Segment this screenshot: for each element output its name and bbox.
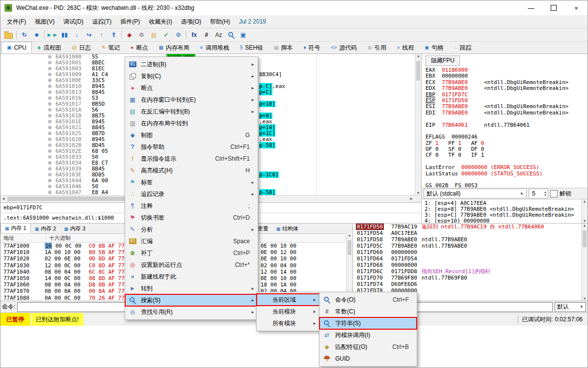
menu-item-follow-in-memory-map[interactable]: ▥在内存布局中转到 [125,117,258,129]
menu-item-label[interactable]: ⚑标签► [125,176,258,188]
calculator-fx-icon[interactable]: fx [188,29,200,40]
menu-item-all-modules[interactable]: 所有模块► [257,317,320,329]
breakpoint-dot[interactable] [48,149,52,153]
stack-row[interactable]: 0171FD7077B69F80ntdll.77B69F80 [353,275,588,281]
breakpoint-dot[interactable] [48,120,52,123]
stack-row[interactable]: 0171FD5877B9ABE0ntdll.77B9ABE0 [353,236,588,243]
spinner-arrows-icon[interactable]: ▲▼ [544,191,547,197]
menu-item-trace-record[interactable]: ∴追踪记录► [125,188,258,200]
memory-tab-memory-2[interactable]: ▦内存 2 [31,224,60,233]
menu-item-string[interactable]: 字符串(S) [320,317,417,329]
menubar-item-favourites[interactable]: 收藏夹(I) [144,16,176,28]
tab-source[interactable]: <>源代码 [326,42,363,54]
tab-script[interactable]: ▤脚本 [268,42,298,54]
memory-tab-struct[interactable]: ▦结构体 [272,224,303,233]
register-line[interactable]: CF 0 TF 0 IF 1 [426,152,588,158]
menu-item-search[interactable]: 搜索(S)► [125,294,258,306]
stop-icon[interactable]: ■ [30,29,43,40]
command-scope-select[interactable]: 默认 ▼ [555,302,586,312]
step-over-icon[interactable]: ↪ [83,29,95,40]
menu-item-copy[interactable]: 复制(C)► [125,70,258,82]
notify-window-icon[interactable]: ▣ [237,29,249,40]
preferences-gear-icon[interactable]: ⚙ [135,29,148,40]
menu-item-constant[interactable]: #常数(C) [320,306,417,317]
menu-item-graph[interactable]: ◆制图G [125,129,258,141]
menubar-item-help[interactable]: 帮助(H) [206,16,235,28]
close-button[interactable]: × [565,0,588,15]
menu-item-guid[interactable]: GUID [320,353,417,365]
menubar-item-view[interactable]: 视图(V) [30,16,59,28]
calling-convention-select[interactable]: 默认 (stdcall) ▼ [424,189,527,198]
breakpoint-dot[interactable] [48,67,52,70]
minimize-button[interactable]: — [520,0,542,15]
register-line[interactable]: LastStatus 00000000 (STATUS_SUCCESS) [426,171,588,177]
tab-call-stack[interactable]: ≡调用堆栈 [195,42,235,54]
tab-notes[interactable]: ✎笔记 [96,42,125,54]
step-out-icon[interactable]: ↑ [95,29,107,40]
breakpoint-dot[interactable] [48,73,52,76]
scroll-left-icon[interactable]: ◄ [1,197,5,201]
breakpoint-dot[interactable] [48,143,52,147]
build-date-menu[interactable]: Jul 2 2019 [235,16,270,27]
menu-item-binary[interactable]: 01二进制(B)► [125,58,258,70]
stack-row[interactable]: 0171FD5C77B9ABE0ntdll.77B9ABE0 [353,243,588,249]
pause-icon[interactable]: ▮▮ [58,29,71,40]
menu-item-toggle-bookmark[interactable]: ⚑切换书签Ctrl+D [125,212,258,224]
tab-references[interactable]: ◎引用 [362,42,392,54]
stack-row[interactable]: 0171FD6C0171FDD8指向SEH_Record[1]的指针 [353,268,588,275]
tab-seh-chain[interactable]: §SEH链 [235,42,268,54]
tab-threads[interactable]: »线程 [392,42,420,54]
scroll-down-icon[interactable]: ▼ [584,297,586,301]
step-into-icon[interactable]: ↓ [71,29,83,40]
breakpoint-dot[interactable] [48,179,52,182]
menu-item-breakpoint[interactable]: ●断点► [125,82,258,94]
scroll-up-icon[interactable]: ▲ [348,233,351,237]
memory-tab-memory-3[interactable]: ▦内存 3 [60,224,89,233]
menu-item-command[interactable]: 命令(O)Ctrl+F [320,294,417,306]
scroll-down-icon[interactable]: ▼ [584,219,586,223]
scrollbar-thumb[interactable] [583,230,587,247]
breakpoint-dot[interactable] [48,102,52,106]
breakpoint-dot[interactable] [48,114,52,117]
search-icon[interactable] [225,29,237,40]
scrollbar-thumb[interactable] [347,240,351,255]
tab-trace[interactable]: ∴跟踪 [449,42,477,54]
unlock-checkbox[interactable] [550,190,558,198]
scroll-down-icon[interactable]: ▼ [417,191,419,195]
stack-row[interactable]: 0171FD6800000000 [353,262,588,268]
settings-gears-icon[interactable]: ⚙ [172,29,185,40]
hide-fpu-button[interactable]: 隐藏FPU [426,56,460,66]
menu-item-comment[interactable]: ¶注释; [125,200,258,212]
trace-record-icon[interactable]: ◆ [123,29,135,40]
arguments-vertical-scrollbar[interactable]: ▲ ▼ [581,199,588,223]
breakpoint-dot[interactable] [48,55,52,58]
breakpoint-dot[interactable] [48,155,52,159]
stack-row[interactable]: 0171FD74D60FE6D6 [353,281,588,287]
tab-log[interactable]: ▤日志 [67,42,96,54]
menubar-item-trace[interactable]: 追踪(T) [88,16,116,28]
menu-item-assemble[interactable]: 01汇编Space [125,235,258,247]
menu-item-pattern[interactable]: ◆匹配特征(O)Ctrl+B [320,341,417,353]
breakpoint-dot[interactable] [48,191,52,194]
breakpoint-dot[interactable] [48,167,52,170]
breakpoint-dot[interactable] [48,161,52,165]
menubar-item-file[interactable]: 文件(F) [2,16,30,28]
menu-item-follow-in-disassembly[interactable]: ▤在反汇编中转到(B)► [125,106,258,117]
menu-item-patch[interactable]: ⊕补丁Ctrl+P [125,247,258,259]
breakpoint-dot[interactable] [48,85,52,88]
breakpoint-dot[interactable] [48,108,52,112]
menu-item-set-new-origin[interactable]: ◎设置新的运行点Ctrl+* [125,259,258,271]
argument-count-stepper[interactable]: 5 ▲▼ [529,189,548,198]
menu-item-analysis[interactable]: ✎分析► [125,224,258,235]
tab-cpu[interactable]: ▣CPU [1,42,32,54]
stack-panel[interactable]: 0171FD5077B9AC19返回到 ntdll.77B9AC19 自 ntd… [353,224,588,301]
patches-hash-icon[interactable]: # [200,29,213,40]
menu-item-highlight-mode[interactable]: ✎高亮模式(H)H [125,165,258,176]
breakpoint-dot[interactable] [48,185,52,188]
registers-view[interactable]: 隐藏FPU EAX 01186000EBX 00000000ECX 77B9AB… [422,54,588,188]
execute-till-return-icon[interactable]: ⇑ [107,29,120,40]
menu-item-find-references[interactable]: ◎查找引用(R)► [125,306,258,318]
log-pages-icon[interactable]: ▤ [148,29,160,40]
stack-row[interactable]: 0171FD640171FD54 [353,255,588,262]
strings-az-icon[interactable]: Az [213,29,225,40]
